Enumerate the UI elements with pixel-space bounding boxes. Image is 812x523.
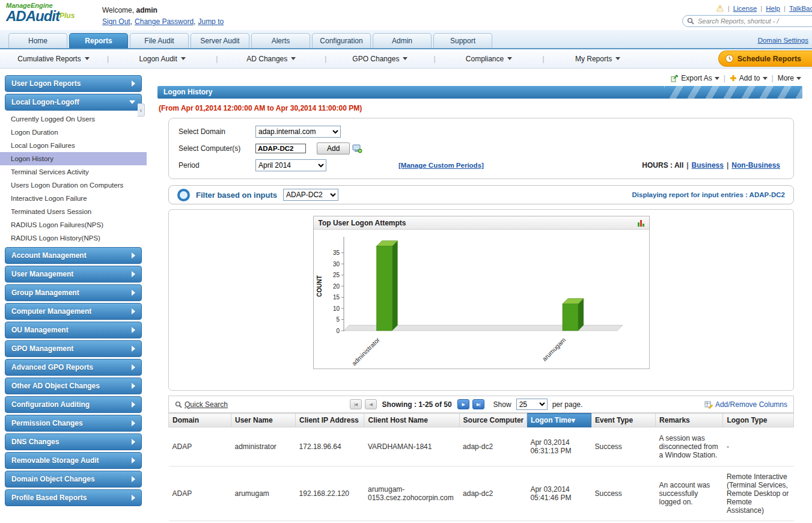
tab-configuration[interactable]: Configuration — [312, 33, 371, 48]
sidebar-item-local-logon-failures[interactable]: Local Logon Failures — [0, 139, 147, 152]
col-header-domain[interactable]: Domain — [169, 414, 231, 427]
manage-custom-periods-link[interactable]: [Manage Custom Periods] — [398, 162, 484, 169]
per-page-label: per page. — [552, 400, 583, 409]
sidebar-section-group-management[interactable]: Group Management — [5, 284, 142, 301]
chart-icon[interactable] — [638, 219, 644, 227]
sidebar-item-terminal-services-activity[interactable]: Terminal Services Activity — [0, 165, 147, 179]
displaying-report-text: Displaying report for input entries : AD… — [632, 191, 785, 198]
sidebar-item-radius-logon-history[interactable]: RADIUS Logon History(NPS) — [0, 231, 147, 245]
schedule-reports-button[interactable]: Schedule Reports — [718, 50, 812, 67]
add-to-button[interactable]: Add to — [730, 74, 768, 82]
sidebar-section-domain-object-changes[interactable]: Domain Object Changes — [5, 471, 142, 488]
sidebar-section-computer-management[interactable]: Computer Management — [5, 303, 142, 320]
col-header-source-computer[interactable]: Source Computer — [459, 414, 527, 427]
main-area: User Logon Reports Local Logon-Logoff Cu… — [0, 69, 812, 523]
header-right: ⚠ License Help TalkBack — [682, 2, 812, 27]
col-header-user-name[interactable]: User Name — [231, 414, 295, 427]
sidebar-section-advanced-gpo-reports[interactable]: Advanced GPO Reports — [5, 359, 142, 376]
computer-input[interactable] — [255, 144, 306, 153]
search-input[interactable] — [697, 17, 812, 25]
last-page-button[interactable]: ▶| — [472, 399, 484, 409]
add-computer-button[interactable]: Add — [317, 142, 350, 154]
sidebar-item-radius-logon-failures[interactable]: RADIUS Logon Failures(NPS) — [0, 218, 147, 231]
chevron-right-icon — [132, 364, 135, 370]
col-header-remarks[interactable]: Remarks — [656, 414, 723, 427]
more-button[interactable]: More — [778, 74, 801, 82]
sidebar-section-ou-management[interactable]: OU Management — [5, 322, 142, 338]
tab-server-audit[interactable]: Server Audit — [191, 33, 249, 48]
brand-adaudit: ADAudit — [6, 8, 60, 24]
col-header-client-ip[interactable]: Client IP Address — [296, 414, 364, 427]
chevron-down-icon — [291, 57, 296, 60]
sidebar-section-label: Removable Storage Audit — [11, 456, 99, 465]
cell-logon-type: Remote Interactive (Terminal Services, R… — [723, 466, 794, 521]
jump-to-link[interactable]: Jump to — [198, 17, 224, 26]
sidebar-section-dns-changes[interactable]: DNS Changes — [5, 433, 142, 450]
filter-input-select[interactable]: ADAP-DC2 — [283, 189, 338, 201]
hours-non-business-link[interactable]: Non-Business — [731, 161, 780, 170]
sidebar-item-terminated-users-session[interactable]: Terminated Users Session — [0, 205, 147, 218]
sidebar-section-user-management[interactable]: User Management — [5, 266, 142, 283]
subnav-cumulative-reports[interactable]: Cumulative Reports — [0, 55, 107, 63]
sidebar-item-logon-duration[interactable]: Logon Duration — [0, 126, 147, 139]
sign-out-link[interactable]: Sign Out — [102, 17, 133, 26]
col-header-event-type[interactable]: Event Type — [591, 414, 655, 427]
talkback-link[interactable]: TalkBack — [789, 5, 812, 12]
hours-filter: HOURS : All Business Non-Business — [642, 161, 780, 170]
sidebar-item-logon-history[interactable]: Logon History — [0, 152, 147, 165]
sidebar-section-gpo-management[interactable]: GPO Management — [5, 340, 142, 357]
global-search-box[interactable] — [682, 15, 812, 27]
sidebar-section-label: User Logon Reports — [11, 79, 81, 88]
sidebar-section-profile-based-reports[interactable]: Profile Based Reports — [5, 489, 142, 506]
sidebar-section-configuration-auditing[interactable]: Configuration Auditing — [5, 396, 142, 413]
add-computer-icon[interactable] — [352, 144, 362, 153]
subnav-ad-changes[interactable]: AD Changes — [218, 55, 325, 63]
license-link[interactable]: License — [733, 5, 757, 12]
current-username: admin — [136, 6, 157, 14]
subnav-logon-audit[interactable]: Logon Audit — [109, 55, 216, 63]
help-link[interactable]: Help — [766, 5, 780, 12]
sidebar-section-removable-storage-audit[interactable]: Removable Storage Audit — [5, 452, 142, 469]
subnav-gpo-changes[interactable]: GPO Changes — [326, 55, 433, 63]
tab-reports[interactable]: Reports — [69, 33, 128, 48]
tab-support[interactable]: Support — [433, 33, 492, 48]
sidebar-section-other-ad-object-changes[interactable]: Other AD Object Changes — [5, 378, 142, 394]
col-header-logon-type[interactable]: Logon Type — [723, 414, 794, 427]
tab-file-audit[interactable]: File Audit — [130, 33, 189, 48]
tab-alerts[interactable]: Alerts — [251, 33, 310, 48]
sidebar-section-user-logon-reports[interactable]: User Logon Reports — [5, 75, 142, 92]
sidebar-item-interactive-logon-failure[interactable]: Interactive Logon Failure — [0, 192, 147, 205]
add-remove-columns-link[interactable]: Add/Remove Columns — [704, 400, 787, 409]
change-password-link[interactable]: Change Password — [135, 17, 197, 26]
sidebar-section-label: DNS Changes — [11, 438, 59, 446]
sidebar-item-currently-logged-on-users[interactable]: Currently Logged On Users — [0, 112, 147, 126]
hours-business-link[interactable]: Business — [692, 161, 724, 170]
page-size-select[interactable]: 25 — [516, 399, 548, 410]
collapse-sidebar-handle[interactable]: ‹ — [138, 103, 145, 117]
sidebar-section-local-logon-logoff[interactable]: Local Logon-Logoff — [5, 94, 142, 111]
sidebar-item-users-logon-duration-on-computers[interactable]: Users Logon Duration on Computers — [0, 179, 147, 192]
sidebar-section-label: User Management — [11, 270, 73, 278]
subnav-my-reports[interactable]: My Reports — [545, 55, 652, 63]
app-logo: ManageEngine ADAuditPlus — [6, 2, 96, 23]
next-page-button[interactable]: ▶ — [457, 399, 469, 409]
first-page-button[interactable]: |◀ — [350, 399, 362, 409]
quick-search-link[interactable]: Quick Search — [175, 400, 228, 409]
tab-home[interactable]: Home — [8, 33, 67, 48]
cell-client-host: VARDHAMAN-1841 — [364, 427, 459, 466]
domain-select[interactable]: adap.internal.com — [255, 126, 341, 138]
export-as-button[interactable]: Export As — [671, 74, 719, 82]
filter-info-icon — [177, 189, 190, 201]
warning-icon[interactable]: ⚠ — [716, 4, 724, 13]
sidebar-section-account-management[interactable]: Account Management — [5, 247, 142, 264]
period-select[interactable]: April 2014 — [255, 159, 326, 171]
sidebar-section-permission-changes[interactable]: Permission Changes — [5, 415, 142, 432]
tab-admin[interactable]: Admin — [373, 33, 432, 48]
svg-text:0: 0 — [336, 328, 340, 334]
prev-page-button[interactable]: ◀ — [365, 399, 377, 409]
col-header-client-host[interactable]: Client Host Name — [364, 414, 459, 427]
sidebar-section-label: Profile Based Reports — [11, 494, 87, 502]
domain-settings-link[interactable]: Domain Settings — [758, 37, 808, 48]
subnav-compliance[interactable]: Compliance — [436, 55, 543, 63]
col-header-logon-time[interactable]: Logon Time▾ — [527, 414, 591, 427]
